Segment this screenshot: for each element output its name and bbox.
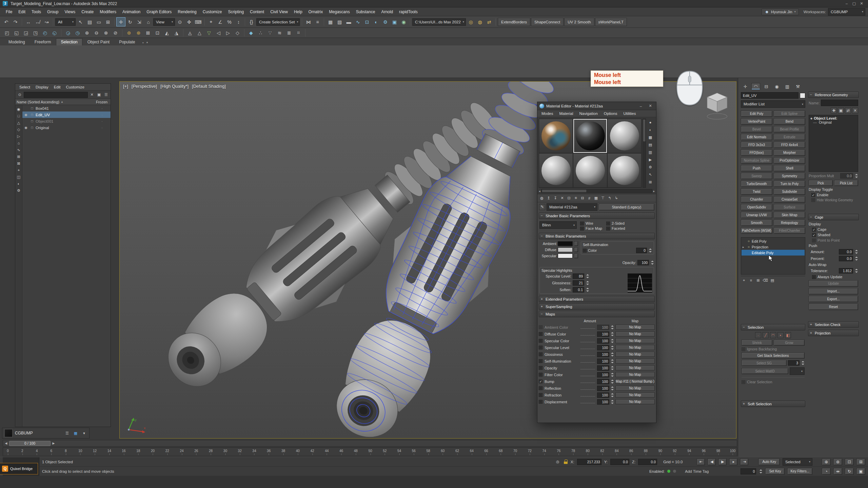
map-button-glossiness[interactable]: No Map: [615, 352, 655, 357]
spinner[interactable]: [610, 352, 614, 357]
spinner[interactable]: [801, 360, 805, 366]
unlink-selection-icon[interactable]: ↮: [33, 18, 42, 26]
put-material-to-scene-icon[interactable]: ↥: [546, 195, 552, 201]
coordinate-field-y[interactable]: 0.0: [610, 459, 629, 465]
asset-library-icon[interactable]: ◎: [467, 18, 475, 26]
modeling-tool-icon[interactable]: ⊗: [102, 28, 110, 37]
select-and-move-icon[interactable]: ✛: [117, 18, 125, 26]
modifier-button-turn-to-poly[interactable]: Turn to Poly: [774, 181, 805, 187]
previous-frame-icon[interactable]: ◀: [708, 459, 716, 465]
stack-item-projection[interactable]: ▸○Projection: [742, 244, 805, 250]
reflection-map-checkbox[interactable]: [539, 386, 542, 390]
auto-key-button[interactable]: Auto Key: [758, 459, 780, 465]
shapes-filter-icon[interactable]: △: [16, 120, 22, 126]
spinner-down-icon[interactable]: [855, 177, 858, 178]
ambient-color-swatch[interactable]: [558, 241, 573, 246]
ribbon-tab-populate[interactable]: Populate: [115, 39, 139, 45]
space-warps-filter-icon[interactable]: ∿: [16, 147, 22, 153]
face-map-checkbox[interactable]: [580, 227, 584, 230]
modeling-tool-icon[interactable]: ⌗: [294, 28, 303, 37]
wire-checkbox[interactable]: [580, 222, 584, 225]
soften-value[interactable]: 0.1: [573, 287, 584, 292]
tolerance-field[interactable]: 1.812: [839, 268, 853, 273]
material-sample-slot-6[interactable]: [608, 154, 641, 187]
isolate-selection-icon[interactable]: ◍: [476, 18, 484, 26]
spinner[interactable]: [854, 173, 858, 179]
select-by-material-icon[interactable]: ↖: [647, 171, 653, 178]
select-by-name-icon[interactable]: ▤: [85, 18, 94, 26]
previous-key-icon[interactable]: ◀: [4, 441, 8, 446]
spinner-up-icon[interactable]: [586, 274, 589, 276]
scene-object-row-object001[interactable]: □Object001·: [22, 118, 111, 124]
modify-tab[interactable]: ◠: [751, 83, 760, 90]
faceted-checkbox[interactable]: [606, 227, 610, 230]
cameras-filter-icon[interactable]: ▷: [16, 133, 22, 139]
modifier-button-bend[interactable]: Bend: [774, 118, 805, 125]
eye-icon[interactable]: ◉: [23, 126, 28, 129]
close-button[interactable]: ✕: [647, 103, 654, 109]
spinner-down-icon[interactable]: [611, 348, 614, 350]
reference-coordinate-system-dropdown[interactable]: View▾: [153, 18, 175, 26]
redo-icon[interactable]: ↷: [11, 18, 20, 26]
me-menu-material[interactable]: Material: [557, 111, 576, 116]
explorer-menu-customize[interactable]: Customize: [63, 84, 87, 90]
menu-customize[interactable]: Customize: [200, 8, 225, 16]
spinner[interactable]: [610, 331, 614, 337]
modifier-button-vertexpaint[interactable]: VertexPaint: [741, 118, 772, 125]
get-stack-selections-button[interactable]: Get Stack Selections: [742, 352, 805, 359]
ribbon-options-icon[interactable]: ●: [142, 41, 144, 44]
sg-value-field[interactable]: 3: [788, 360, 800, 366]
modeling-tool-icon[interactable]: △: [195, 28, 204, 37]
rendered-frame-window-icon[interactable]: ▣: [390, 18, 399, 26]
ambient-map-shortcut-button[interactable]: [574, 241, 578, 246]
spinner-up-icon[interactable]: [802, 361, 804, 362]
explorer-menu-edit[interactable]: Edit: [51, 84, 63, 90]
spinner-up-icon[interactable]: [855, 269, 858, 270]
scene-object-row-original[interactable]: ◉□Original·: [22, 124, 111, 131]
map-amount-field[interactable]: 100: [597, 359, 609, 364]
scene-object-row-edit-uv[interactable]: ◉□Edit_UV·: [22, 111, 111, 118]
close-window-icon[interactable]: ✕: [858, 1, 865, 6]
map-amount-field[interactable]: 100: [597, 338, 609, 344]
opacity-value[interactable]: 100: [637, 260, 649, 265]
spinner[interactable]: [586, 287, 589, 292]
spinner[interactable]: [610, 345, 614, 350]
ignore-backfacing-checkbox[interactable]: [742, 347, 745, 351]
go-to-end-icon[interactable]: ⇥: [740, 459, 748, 465]
modeling-tool-icon[interactable]: ⊚: [125, 28, 133, 37]
map-button-refraction[interactable]: No Map: [615, 392, 655, 398]
toggle-layer-explorer-icon[interactable]: ▧: [335, 18, 344, 26]
menu-help[interactable]: Help: [291, 8, 305, 16]
undo-icon[interactable]: ↶: [2, 18, 11, 26]
frozen-state-dot[interactable]: ·: [95, 119, 110, 123]
material-sample-slot-2[interactable]: [573, 119, 607, 153]
matid-dropdown[interactable]: ▾: [790, 367, 805, 375]
rollout-header-maps[interactable]: −Maps: [539, 311, 655, 317]
named-selection-sets-dropdown[interactable]: Create Selection Set▾: [256, 18, 300, 26]
show-map-in-viewport-icon[interactable]: ▦: [593, 195, 599, 201]
window-crossing-toggle-icon[interactable]: ⊞: [104, 18, 112, 26]
menu-modifiers[interactable]: Modifiers: [97, 8, 119, 16]
modeling-tool-icon[interactable]: ◴: [41, 28, 49, 37]
mirror-icon[interactable]: ⋈: [304, 18, 313, 26]
select-and-link-icon[interactable]: ↔: [24, 18, 33, 26]
modifier-button-normalize-spline[interactable]: Normalize Spline: [741, 157, 772, 164]
orbit-icon[interactable]: ↻: [845, 468, 854, 475]
rollout-header-blinn-basic-parameters[interactable]: −Blinn Basic Parameters: [539, 233, 655, 239]
spinner[interactable]: [610, 372, 614, 378]
modifier-button-pathdeform-wsm[interactable]: PathDeform (WSM): [741, 227, 772, 234]
spinner-up-icon[interactable]: [649, 248, 652, 250]
spinner-up-icon[interactable]: [855, 174, 858, 175]
map-amount-field[interactable]: 100: [597, 365, 609, 371]
field-of-view-icon[interactable]: ◔: [822, 468, 831, 475]
rollout-header-reference-geometry[interactable]: −Reference Geometry: [808, 92, 859, 98]
spinner-down-icon[interactable]: [611, 328, 614, 329]
spinner-down-icon[interactable]: [611, 342, 614, 343]
modeling-tool-icon[interactable]: ⊠: [144, 28, 152, 37]
spinner[interactable]: [648, 248, 652, 253]
containers-filter-icon[interactable]: ◫: [16, 174, 22, 180]
spinner-up-icon[interactable]: [611, 346, 614, 347]
ribbon-tab-object-paint[interactable]: Object Paint: [83, 39, 114, 45]
spinner[interactable]: [854, 268, 858, 273]
modifier-button-push[interactable]: Push: [741, 165, 772, 171]
